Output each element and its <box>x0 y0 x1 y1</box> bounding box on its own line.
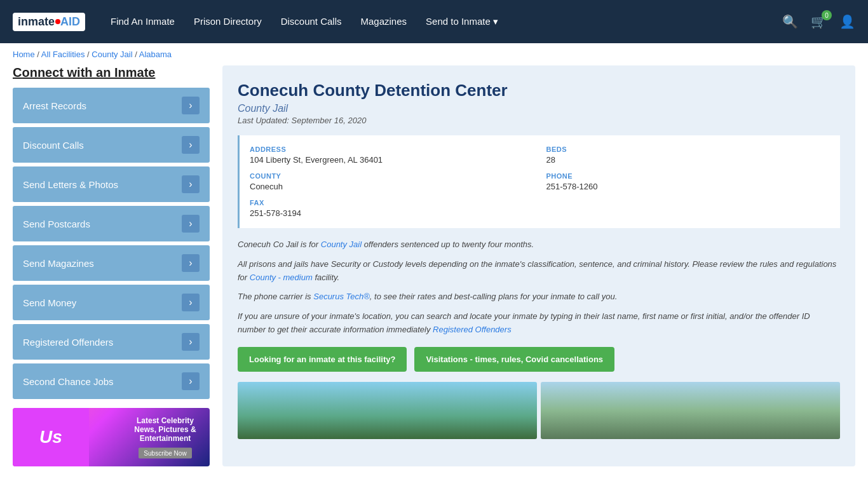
county-medium-link[interactable]: County - medium <box>250 273 313 282</box>
arrow-icon: › <box>182 254 200 272</box>
breadcrumb-all-facilities[interactable]: All Facilities <box>41 50 85 59</box>
arrow-icon: › <box>182 175 200 193</box>
breadcrumb: Home / All Facilities / County Jail / Al… <box>0 43 868 65</box>
cart-icon[interactable]: 🛒 0 <box>811 14 827 29</box>
arrow-icon: › <box>182 372 200 390</box>
looking-for-inmate-button[interactable]: Looking for an inmate at this facility? <box>238 347 407 372</box>
sidebar-item-arrest-records[interactable]: Arrest Records › <box>13 88 210 123</box>
securus-link[interactable]: Securus Tech® <box>313 292 370 301</box>
logo-dot <box>55 19 60 24</box>
desc-paragraph-3: The phone carrier is Securus Tech®, to s… <box>238 290 840 304</box>
registered-offenders-link[interactable]: Registered Offenders <box>433 325 512 334</box>
sidebar-item-send-magazines[interactable]: Send Magazines › <box>13 245 210 281</box>
county-block: COUNTY Conecuh <box>250 172 534 191</box>
phone-block: PHONE 251-578-1260 <box>546 172 831 191</box>
logo-aid-text: AID <box>60 15 80 29</box>
sidebar-label-registered-offenders: Registered Offenders <box>23 337 113 348</box>
ad-subscribe-button[interactable]: Subscribe Now <box>139 448 191 459</box>
main-container: Connect with an Inmate Arrest Records › … <box>0 65 868 479</box>
phone-value: 251-578-1260 <box>546 182 831 191</box>
sidebar-item-registered-offenders[interactable]: Registered Offenders › <box>13 324 210 360</box>
nav-magazines[interactable]: Magazines <box>361 16 407 27</box>
sidebar-label-discount-calls: Discount Calls <box>23 140 84 151</box>
facility-photo-1 <box>238 382 537 439</box>
fax-label: FAX <box>250 199 534 207</box>
desc-paragraph-2: All prisons and jails have Security or C… <box>238 258 840 285</box>
sidebar-label-send-postcards: Send Postcards <box>23 219 90 229</box>
facility-last-updated: Last Updated: September 16, 2020 <box>238 116 840 125</box>
search-icon[interactable]: 🔍 <box>782 14 798 29</box>
action-buttons: Looking for an inmate at this facility? … <box>238 347 840 372</box>
sidebar-advertisement: Us Latest Celebrity News, Pictures & Ent… <box>13 408 210 466</box>
facility-info-grid: ADDRESS 104 Liberty St, Evergreen, AL 36… <box>238 135 840 228</box>
facility-name: Conecuh County Detention Center <box>238 81 840 100</box>
beds-value: 28 <box>546 155 831 165</box>
breadcrumb-state[interactable]: Alabama <box>139 50 172 59</box>
nav-send-to-inmate[interactable]: Send to Inmate ▾ <box>426 16 498 27</box>
sidebar-item-second-chance-jobs[interactable]: Second Chance Jobs › <box>13 363 210 399</box>
county-value: Conecuh <box>250 182 534 191</box>
address-value: 104 Liberty St, Evergreen, AL 36401 <box>250 155 534 165</box>
county-label: COUNTY <box>250 172 534 180</box>
breadcrumb-home[interactable]: Home <box>13 50 35 59</box>
sidebar-label-second-chance-jobs: Second Chance Jobs <box>23 376 114 387</box>
arrow-icon: › <box>182 97 200 114</box>
user-icon[interactable]: 👤 <box>839 14 855 29</box>
address-block: ADDRESS 104 Liberty St, Evergreen, AL 36… <box>250 146 534 165</box>
sidebar-label-send-letters: Send Letters & Photos <box>23 179 118 190</box>
sidebar-label-arrest-records: Arrest Records <box>23 100 86 111</box>
facility-type: County Jail <box>238 103 840 114</box>
nav-right: 🔍 🛒 0 👤 <box>782 14 855 29</box>
sidebar-label-send-money: Send Money <box>23 297 76 308</box>
address-label: ADDRESS <box>250 146 534 153</box>
facility-photo-strip <box>238 382 840 439</box>
breadcrumb-county-jail[interactable]: County Jail <box>92 50 132 59</box>
nav-discount-calls[interactable]: Discount Calls <box>281 16 342 27</box>
phone-label: PHONE <box>546 172 831 180</box>
sidebar-item-send-letters[interactable]: Send Letters & Photos › <box>13 166 210 202</box>
desc-paragraph-1: Conecuh Co Jail is for County Jail offen… <box>238 238 840 252</box>
sidebar-item-send-money[interactable]: Send Money › <box>13 285 210 320</box>
sidebar-item-discount-calls[interactable]: Discount Calls › <box>13 127 210 163</box>
ad-brand: Us <box>39 427 62 447</box>
nav-find-inmate[interactable]: Find An Inmate <box>111 16 175 27</box>
cart-badge: 0 <box>822 10 832 20</box>
logo[interactable]: inmate AID <box>13 13 85 31</box>
logo-inmate-text: inmate <box>18 15 55 29</box>
arrow-icon: › <box>182 333 200 351</box>
sidebar-label-send-magazines: Send Magazines <box>23 258 94 269</box>
sidebar-item-send-postcards[interactable]: Send Postcards › <box>13 206 210 241</box>
navigation: inmate AID Find An Inmate Prison Directo… <box>0 0 868 43</box>
arrow-icon: › <box>182 215 200 233</box>
nav-links: Find An Inmate Prison Directory Discount… <box>111 16 782 27</box>
facility-content: Conecuh County Detention Center County J… <box>222 65 855 466</box>
fax-value: 251-578-3194 <box>250 208 534 218</box>
beds-block: BEDS 28 <box>546 146 831 165</box>
desc-paragraph-4: If you are unsure of your inmate's locat… <box>238 310 840 337</box>
fax-block: FAX 251-578-3194 <box>250 199 534 218</box>
arrow-icon: › <box>182 136 200 154</box>
visitations-button[interactable]: Visitations - times, rules, Covid cancel… <box>414 347 614 372</box>
arrow-icon: › <box>182 294 200 311</box>
beds-label: BEDS <box>546 146 831 153</box>
nav-prison-directory[interactable]: Prison Directory <box>194 16 262 27</box>
ad-content: Latest Celebrity News, Pictures & Entert… <box>127 416 203 459</box>
facility-photo-2 <box>541 382 840 439</box>
ad-headline: Latest Celebrity News, Pictures & Entert… <box>127 416 203 443</box>
sidebar-title: Connect with an Inmate <box>13 65 210 80</box>
sidebar: Connect with an Inmate Arrest Records › … <box>13 65 210 466</box>
county-jail-link[interactable]: County Jail <box>321 240 362 249</box>
